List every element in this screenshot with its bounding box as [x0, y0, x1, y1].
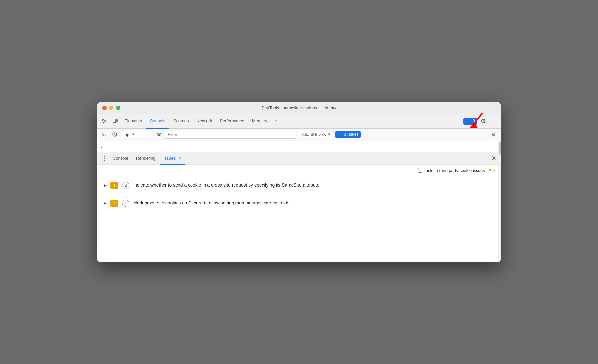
levels-dropdown[interactable]: Default levels ▼ [298, 131, 334, 138]
minimize-button[interactable] [109, 106, 113, 110]
console-toolbar: top ▼ Default levels ▼ 🔵 3 Issues ⚙ [97, 129, 501, 141]
issue-1-count: 2 [122, 182, 129, 189]
third-party-filter-text: Include third-party cookie issues [424, 168, 485, 173]
warning-flag-icon: ⚑ [488, 167, 492, 174]
tab-network[interactable]: Network [193, 114, 216, 129]
issues-total-count: 3 [493, 168, 496, 173]
filter-input[interactable] [165, 131, 296, 139]
tab-elements[interactable]: Elements [121, 114, 146, 129]
tab-console[interactable]: Console [146, 114, 169, 129]
expand-issue-2-button[interactable]: ▶ [104, 201, 107, 205]
dropdown-arrow-icon: ▼ [131, 133, 135, 136]
devtools-window: DevTools - samesite-sandbox.glitch.me/ E… [97, 102, 501, 262]
clear-console-button[interactable] [100, 130, 109, 139]
levels-dropdown-arrow: ▼ [327, 133, 331, 136]
drawer-tab-issues[interactable]: Issues ✕ [160, 152, 186, 165]
svg-point-6 [157, 133, 161, 136]
title-bar: DevTools - samesite-sandbox.glitch.me/ [97, 102, 501, 114]
context-selector[interactable]: top ▼ [121, 131, 153, 138]
issues-filter-bar: Include third-party cookie issues ⚑ 3 [97, 165, 501, 176]
third-party-filter-label[interactable]: Include third-party cookie issues [418, 168, 485, 173]
maximize-button[interactable] [116, 106, 120, 110]
svg-line-5 [113, 133, 116, 136]
issue-2-text: Mark cross-site cookies as Secure to all… [133, 200, 289, 206]
scrollbar-thumb[interactable] [499, 142, 501, 155]
svg-rect-1 [116, 120, 118, 122]
issues-count-badge: ⚑ 3 [488, 167, 496, 174]
close-button[interactable] [102, 106, 107, 110]
tab-more[interactable]: » [271, 114, 281, 129]
devtools-tab-bar: Elements Console Sources Network Perform… [97, 114, 501, 129]
toggle-eye-button[interactable] [154, 130, 164, 139]
inspect-element-button[interactable] [98, 114, 109, 128]
svg-point-7 [158, 134, 160, 135]
issues-toolbar-badge[interactable]: 🔵 3 Issues [335, 131, 361, 138]
svg-rect-0 [113, 119, 116, 123]
prompt-chevron-icon: › [101, 144, 103, 149]
more-options-button[interactable]: ⋮ [489, 116, 497, 126]
drawer-close-button[interactable]: ✕ [489, 154, 498, 163]
drawer-tab-console[interactable]: Console [109, 152, 132, 165]
issues-badge-button[interactable]: 🔵 3 [463, 118, 477, 125]
drawer-tab-issues-close[interactable]: ✕ [178, 156, 181, 161]
console-prompt-line: › [97, 141, 501, 152]
tab-performance[interactable]: Performance [216, 114, 248, 129]
issue-1-text: Indicate whether to send a cookie in a c… [133, 182, 319, 189]
settings-button[interactable]: ⚙ [478, 116, 489, 126]
device-toolbar-button[interactable] [109, 114, 121, 128]
issue-item-1[interactable]: ▶ ! 2 Indicate whether to send a cookie … [97, 176, 501, 194]
context-label: top [123, 132, 129, 137]
console-settings-button[interactable]: ⚙ [489, 130, 498, 139]
drawer-tab-rendering[interactable]: Rendering [132, 152, 160, 165]
issues-count: 3 [473, 119, 475, 123]
drawer-menu-button[interactable]: ⋮ [100, 154, 109, 163]
third-party-filter-checkbox[interactable] [418, 168, 422, 173]
issues-toolbar-count: 3 Issues [344, 132, 359, 137]
expand-issue-1-button[interactable]: ▶ [104, 183, 107, 188]
issues-panel: Include third-party cookie issues ⚑ 3 ▶ … [97, 165, 501, 262]
main-content: › ⋮ Console Rendering Issues ✕ ✕ [97, 141, 501, 262]
tab-sources[interactable]: Sources [169, 114, 193, 129]
tab-memory[interactable]: Memory [248, 114, 271, 129]
issue-2-count: 1 [122, 200, 129, 207]
devtools-actions: 🔵 3 ⚙ ⋮ [461, 114, 500, 128]
traffic-lights [102, 106, 120, 110]
levels-label: Default levels [301, 132, 326, 137]
issue-item-2[interactable]: ▶ ! 1 Mark cross-site cookies as Secure … [97, 194, 501, 212]
warning-icon-2: ! [110, 200, 118, 207]
warning-icon-1: ! [110, 182, 118, 189]
block-requests-button[interactable] [110, 130, 119, 139]
drawer-tab-bar: ⋮ Console Rendering Issues ✕ ✕ [97, 152, 501, 165]
window-title: DevTools - samesite-sandbox.glitch.me/ [262, 105, 336, 110]
scrollbar-track [498, 141, 501, 262]
